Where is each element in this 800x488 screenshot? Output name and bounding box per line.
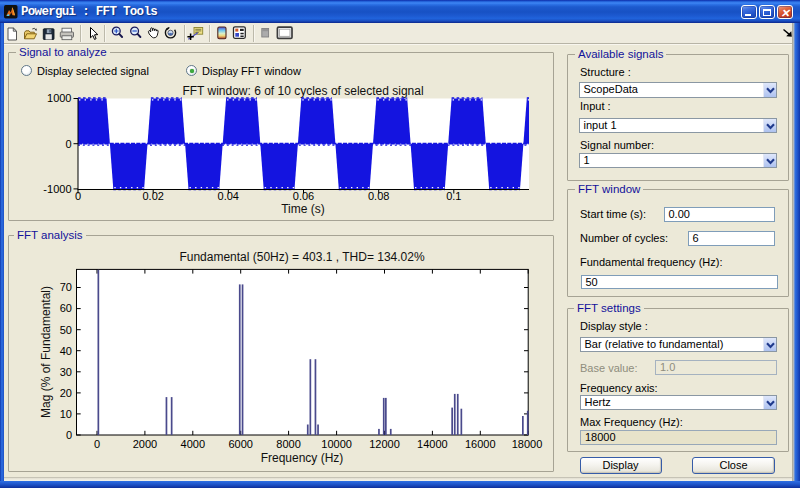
svg-text:70: 70 [60, 281, 72, 293]
svg-text:60: 60 [60, 302, 72, 314]
svg-text:Fundamental (50Hz) = 403.1 , T: Fundamental (50Hz) = 403.1 , THD= 134.02… [179, 250, 425, 264]
svg-text:40: 40 [60, 345, 72, 357]
svg-text:0.06: 0.06 [293, 190, 314, 202]
svg-text:18000: 18000 [512, 438, 543, 450]
svg-text:8000: 8000 [276, 438, 300, 450]
svg-text:-1000: -1000 [43, 183, 71, 195]
svg-text:30: 30 [60, 366, 72, 378]
svg-text:0.04: 0.04 [218, 190, 239, 202]
svg-text:Time (s): Time (s) [281, 202, 325, 216]
svg-text:FFT window: 6 of 10 cycles of: FFT window: 6 of 10 cycles of selected s… [182, 84, 423, 98]
svg-text:Frequency (Hz): Frequency (Hz) [261, 451, 344, 465]
svg-text:2000: 2000 [133, 438, 157, 450]
svg-text:0.08: 0.08 [368, 190, 389, 202]
svg-text:12000: 12000 [369, 438, 400, 450]
svg-text:4000: 4000 [181, 438, 205, 450]
svg-text:10000: 10000 [321, 438, 352, 450]
svg-text:0.1: 0.1 [446, 190, 461, 202]
svg-text:0: 0 [65, 138, 71, 150]
svg-text:10: 10 [60, 408, 72, 420]
svg-text:0: 0 [94, 438, 100, 450]
svg-text:0.02: 0.02 [142, 190, 163, 202]
svg-text:20: 20 [60, 387, 72, 399]
svg-text:14000: 14000 [417, 438, 448, 450]
svg-text:50: 50 [60, 324, 72, 336]
svg-text:1000: 1000 [47, 92, 71, 104]
svg-text:6000: 6000 [228, 438, 252, 450]
svg-text:0: 0 [66, 429, 72, 441]
svg-text:16000: 16000 [465, 438, 496, 450]
svg-text:0: 0 [75, 190, 81, 202]
svg-text:Mag (% of Fundamental): Mag (% of Fundamental) [39, 286, 53, 418]
